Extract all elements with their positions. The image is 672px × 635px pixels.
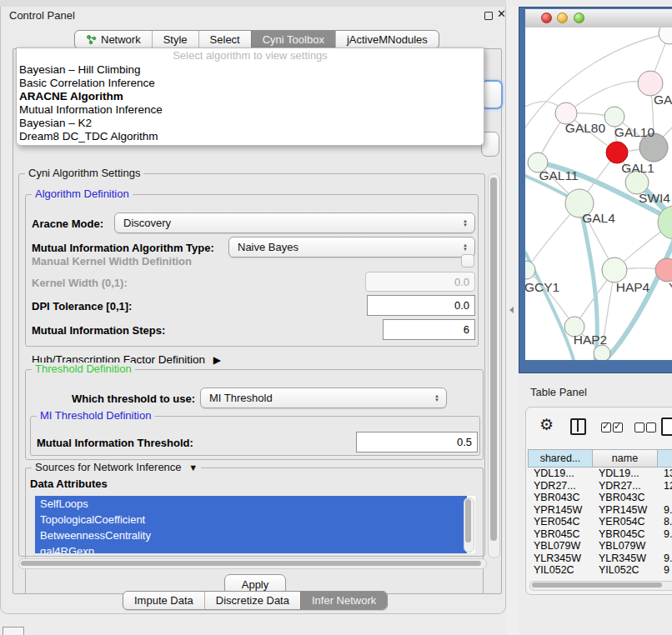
attributes-scrollbar[interactable] xyxy=(464,498,474,552)
attribute-item-gal4rgexp[interactable]: gal4RGexp xyxy=(35,543,467,553)
algorithm-dropdown-popup: Select algorithm to view settings Bayesi… xyxy=(16,48,484,146)
bottom-tab-impute-data[interactable]: Impute Data xyxy=(123,592,204,609)
table-row[interactable]: YBR043CYBR043C xyxy=(528,492,672,504)
table-cell: YPR145W xyxy=(528,504,593,516)
node-label-gal: GAL xyxy=(654,92,672,107)
table-cell: 9 xyxy=(658,564,672,576)
attribute-item-betweennesscentrality[interactable]: BetweennessCentrality xyxy=(35,528,467,543)
network-edge xyxy=(526,270,574,327)
manual-kernel-checkbox[interactable] xyxy=(461,254,474,268)
network-node-hap4[interactable] xyxy=(602,258,627,282)
network-edge-thick xyxy=(605,238,672,360)
mi-steps-label: Mutual Information Steps: xyxy=(32,324,165,337)
bottom-tab-infer-network[interactable]: Infer Network xyxy=(300,592,387,609)
data-attributes-list[interactable]: SelfLoopsTopologicalCoefficientBetweenne… xyxy=(35,496,475,553)
close-traffic-light-icon[interactable] xyxy=(541,12,552,23)
table-cell: YBR045C xyxy=(593,528,658,540)
column-header-clipped[interactable] xyxy=(658,449,672,468)
table-row[interactable]: YBR045CYBR045C9. xyxy=(528,528,672,541)
column-layout-icon[interactable] xyxy=(570,418,586,435)
bottom-tab-discretize-data[interactable]: Discretize Data xyxy=(204,592,300,609)
checked-checkbox-icon[interactable] xyxy=(613,422,623,432)
which-threshold-select[interactable]: MI Threshold ▲▼ xyxy=(200,388,447,408)
table-cell: YDL19... xyxy=(528,468,593,479)
dpi-tolerance-field[interactable]: 0.0 xyxy=(367,295,475,316)
algorithm-option-mutual-information-inference[interactable]: Mutual Information Inference xyxy=(17,103,484,117)
table-cell: YBL079W xyxy=(593,540,658,552)
table-cell: YDL19... xyxy=(593,468,658,479)
network-canvas[interactable]: GALGAL80GAL10GAL1GAL11SWI4GAL4GCY1HAP4YH… xyxy=(525,28,672,360)
node-label-gcy1: GCY1 xyxy=(525,280,559,294)
aracne-mode-select[interactable]: Discovery ▲▼ xyxy=(114,212,475,233)
close-icon[interactable]: ✕ xyxy=(497,8,506,20)
node-label-hap4: HAP4 xyxy=(616,280,650,294)
algorithm-option-aracne-algorithm[interactable]: ARACNE Algorithm xyxy=(17,90,484,103)
manual-kernel-label: Manual Kernel Width Definition xyxy=(32,255,192,268)
table-row[interactable]: YLR345WYLR345W9. xyxy=(528,552,672,565)
chevron-down-icon: ▼ xyxy=(188,462,198,472)
unchecked-checkbox-icon[interactable] xyxy=(646,422,656,432)
tab-network[interactable]: Network xyxy=(75,31,152,48)
table-cell: 8. xyxy=(658,516,672,528)
panel-divider[interactable] xyxy=(507,7,519,635)
column-header-shared[interactable]: shared... xyxy=(528,449,593,468)
settings-horizontal-scrollbar[interactable] xyxy=(18,558,487,569)
document-icon[interactable] xyxy=(661,418,672,436)
mi-steps-field[interactable]: 6 xyxy=(383,319,475,340)
settings-vscroll-thumb[interactable] xyxy=(490,178,497,541)
table-cell: YBR045C xyxy=(528,528,593,540)
table-hscroll-thumb[interactable] xyxy=(532,582,662,588)
table-cell: 13 xyxy=(658,468,672,479)
table-header-row: shared...name xyxy=(528,449,672,468)
zoom-traffic-light-icon[interactable] xyxy=(574,12,584,23)
table-panel-title: Table Panel xyxy=(530,386,587,398)
attributes-scrollbar-thumb[interactable] xyxy=(465,499,471,542)
table-row[interactable]: YIL052CYIL052C9 xyxy=(528,564,672,577)
unchecked-checkbox-icon[interactable] xyxy=(634,422,644,432)
network-node-gal10[interactable] xyxy=(604,107,624,127)
minimize-traffic-light-icon[interactable] xyxy=(557,12,568,23)
bottom-left-partial-icon[interactable] xyxy=(3,627,24,635)
algorithm-option-basic-correlation-inference[interactable]: Basic Correlation Inference xyxy=(17,77,484,90)
checked-checkbox-icon[interactable] xyxy=(601,422,611,432)
table-row[interactable]: YDL19...YDL19...13 xyxy=(528,468,672,480)
mi-type-select[interactable]: Naive Bayes ▲▼ xyxy=(228,237,475,258)
table-row[interactable]: YER054CYER054C8. xyxy=(528,516,672,528)
tab-label: jActiveMNodules xyxy=(347,33,428,46)
float-window-icon[interactable] xyxy=(484,12,493,20)
sources-title-row[interactable]: Sources for Network Inference ▼ xyxy=(32,461,201,473)
settings-vertical-scrollbar[interactable] xyxy=(488,173,500,558)
divider-collapse-icon[interactable] xyxy=(509,307,514,313)
tab-cyni-toolbox[interactable]: Cyni Toolbox xyxy=(251,31,335,48)
network-view-window: GALGAL80GAL10GAL1GAL11SWI4GAL4GCY1HAP4YH… xyxy=(519,7,672,373)
network-node[interactable] xyxy=(659,28,672,44)
which-threshold-value: MI Threshold xyxy=(209,392,273,404)
sources-title: Sources for Network Inference xyxy=(35,461,182,473)
node-label-y: Y xyxy=(669,280,672,294)
table-body: YDL19...YDL19...13YDR27...YDR27...12YBR0… xyxy=(528,468,672,577)
algorithm-prompt: Select algorithm to view settings xyxy=(17,48,484,63)
table-panel: ⚙ shared...name YDL19...YDL19...13YDR27.… xyxy=(525,407,672,595)
cyni-algorithm-settings-title: Cyni Algorithm Settings xyxy=(25,167,143,179)
table-row[interactable]: YDR27...YDR27...12 xyxy=(528,480,672,492)
table-cell: YBR043C xyxy=(593,492,658,503)
attribute-item-topologicalcoefficient[interactable]: TopologicalCoefficient xyxy=(35,512,467,528)
tab-style[interactable]: Style xyxy=(152,31,198,48)
settings-hscroll-thumb[interactable] xyxy=(21,561,481,567)
mi-threshold-field[interactable]: 0.5 xyxy=(356,432,478,452)
gear-icon[interactable]: ⚙ xyxy=(539,417,554,432)
algorithm-option-bayesian-hill-climbing[interactable]: Bayesian – Hill Climbing xyxy=(17,63,484,77)
table-horizontal-scrollbar[interactable] xyxy=(529,581,672,591)
table-row[interactable]: YBL079WYBL079W xyxy=(528,540,672,552)
table-row[interactable]: YPR145WYPR145W9. xyxy=(528,504,672,517)
tab-jactivemnodules[interactable]: jActiveMNodules xyxy=(335,31,439,48)
network-window-titlebar[interactable] xyxy=(525,9,672,28)
network-node[interactable] xyxy=(594,345,610,360)
column-header-name[interactable]: name xyxy=(593,449,658,468)
algorithm-option-bayesian-k2[interactable]: Bayesian – K2 xyxy=(17,117,484,130)
attribute-item-selfloops[interactable]: SelfLoops xyxy=(35,496,467,512)
tab-select[interactable]: Select xyxy=(198,31,251,48)
stepper-arrows-icon: ▲▼ xyxy=(463,219,468,228)
table-cell: 12 xyxy=(658,480,672,492)
algorithm-option-dream8-dc-tdc-algorithm[interactable]: Dream8 DC_TDC Algorithm xyxy=(17,130,484,143)
